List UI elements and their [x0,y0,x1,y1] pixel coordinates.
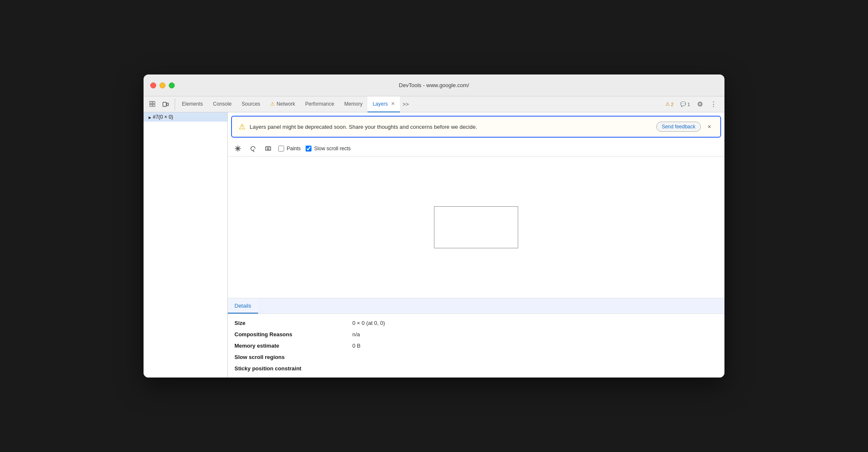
detail-key-size: Size [234,320,352,326]
inspect-icon[interactable] [147,98,159,110]
detail-value-memory: 0 B [352,343,361,349]
sidebar-item-layer[interactable]: #7(0 × 0) [144,112,227,122]
detail-key-memory: Memory estimate [234,343,352,349]
details-tab-label: Details [234,303,251,309]
tab-console[interactable]: Console [208,96,237,112]
main-content: #7(0 × 0) ⚠ Layers panel might be deprec… [144,112,724,378]
detail-key-sticky: Sticky position constraint [234,365,352,372]
table-row: Size 0 × 0 (at 0, 0) [234,317,718,329]
devtools-panel: Elements Console Sources ⚠ Network Perfo… [144,96,724,378]
svg-rect-3 [153,104,155,106]
table-row: Sticky position constraint [234,363,718,374]
svg-rect-0 [150,101,152,104]
layers-toolbar: Paints Slow scroll rects [228,141,724,157]
devtools-window: DevTools - www.google.com/ [144,74,724,378]
detail-key-compositing: Compositing Reasons [234,331,352,338]
slow-scroll-rects-checkbox[interactable] [306,146,312,152]
maximize-button[interactable] [169,82,175,88]
paints-checkbox[interactable] [278,146,284,152]
more-tabs-button[interactable]: >> [400,96,411,112]
tab-performance[interactable]: Performance [300,96,339,112]
tab-layers-label: Layers [373,101,388,107]
tab-sources-label: Sources [242,101,260,107]
canvas-area[interactable] [228,157,724,298]
detail-key-slow-scroll: Slow scroll regions [234,354,352,360]
tab-performance-label: Performance [305,101,334,107]
details-table: Size 0 × 0 (at 0, 0) Compositing Reasons… [228,314,724,378]
info-icon: 💬 [680,101,686,107]
more-options-button[interactable]: ⋮ [708,98,719,110]
warning-banner: ⚠ Layers panel might be deprecated soon.… [231,116,721,138]
detail-value-size: 0 × 0 (at 0, 0) [352,320,385,326]
tab-network[interactable]: ⚠ Network [265,96,300,112]
settings-button[interactable]: ⚙ [694,98,706,110]
info-badge[interactable]: 💬 1 [678,101,692,108]
device-icon[interactable] [160,98,171,110]
details-header[interactable]: Details [228,298,258,314]
traffic-lights [150,82,175,88]
details-section: Details Size 0 × 0 (at 0, 0) Compositing… [228,298,724,378]
slow-scroll-rects-checkbox-label[interactable]: Slow scroll rects [306,146,351,152]
close-banner-button[interactable]: × [705,122,714,131]
paints-label: Paints [287,146,301,152]
network-warning-icon: ⚠ [270,101,275,107]
tab-bar: Elements Console Sources ⚠ Network Perfo… [144,96,724,112]
tab-elements[interactable]: Elements [177,96,208,112]
layers-panel: ⚠ Layers panel might be deprecated soon.… [228,112,724,378]
title-bar: DevTools - www.google.com/ [144,74,724,96]
tab-layers-close[interactable]: ✕ [391,101,395,106]
window-title: DevTools - www.google.com/ [399,82,469,88]
svg-rect-7 [266,147,271,150]
reset-tool-icon[interactable] [263,144,273,154]
tab-sources[interactable]: Sources [237,96,265,112]
toolbar-left [145,98,175,110]
layer-box [434,206,518,248]
tab-memory[interactable]: Memory [339,96,367,112]
pan-tool-icon[interactable] [233,144,243,154]
svg-rect-1 [153,101,155,104]
tab-elements-label: Elements [182,101,203,107]
table-row: Compositing Reasons n/a [234,329,718,340]
warning-count: 2 [671,102,674,107]
banner-warning-icon: ⚠ [239,122,245,131]
close-button[interactable] [150,82,156,88]
tab-console-label: Console [213,101,232,107]
detail-value-compositing: n/a [352,331,360,338]
sidebar: #7(0 × 0) [144,112,228,378]
sidebar-item-label: #7(0 × 0) [153,114,173,120]
tab-network-label: Network [277,101,295,107]
banner-text: Layers panel might be deprecated soon. S… [250,124,652,130]
tab-layers[interactable]: Layers ✕ [367,96,400,112]
rotate-tool-icon[interactable] [248,144,258,154]
send-feedback-button[interactable]: Send feedback [656,122,701,132]
paints-checkbox-label[interactable]: Paints [278,146,301,152]
minimize-button[interactable] [160,82,165,88]
slow-scroll-rects-label: Slow scroll rects [314,146,351,152]
svg-rect-4 [163,102,166,106]
svg-rect-2 [150,104,152,106]
info-count: 1 [687,102,690,107]
svg-rect-5 [167,103,168,106]
table-row: Memory estimate 0 B [234,340,718,351]
warning-icon: ⚠ [666,101,670,107]
table-row: Slow scroll regions [234,351,718,363]
warning-badge[interactable]: ⚠ 2 [663,101,676,108]
chevron-right-icon [149,114,151,120]
tab-memory-label: Memory [344,101,362,107]
tab-bar-right: ⚠ 2 💬 1 ⚙ ⋮ [660,98,723,110]
